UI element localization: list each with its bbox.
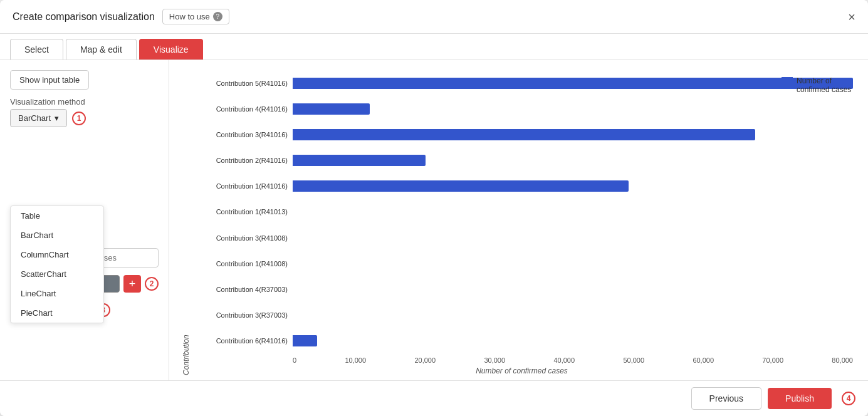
bar-track bbox=[293, 180, 853, 192]
x-axis-tick: 60,000 bbox=[693, 356, 714, 364]
x-axis-title: Number of confirmed cases bbox=[191, 364, 853, 375]
visualization-method-section: Visualization method BarChart ▾ 1 bbox=[10, 97, 159, 127]
bar-label: Contribution 5(R41016) bbox=[191, 80, 288, 87]
step-1-circle: 1 bbox=[72, 112, 86, 125]
tab-map-edit[interactable]: Map & edit bbox=[66, 39, 137, 60]
x-axis-tick: 70,000 bbox=[762, 356, 783, 364]
bar-row: Contribution 1(R41016) bbox=[191, 177, 853, 195]
bar-label: Contribution 3(R41008) bbox=[191, 234, 288, 242]
y-axis-label: Contribution bbox=[179, 70, 191, 375]
bar-row: Contribution 1(R41008) bbox=[191, 255, 853, 273]
x-axis-tick: 50,000 bbox=[623, 356, 644, 364]
bar-track bbox=[293, 232, 853, 244]
bar-track bbox=[293, 335, 853, 346]
bar-fill bbox=[293, 129, 755, 140]
dropdown-option-piechart[interactable]: PieChart bbox=[11, 303, 103, 323]
dropdown-option-linechart[interactable]: LineChart bbox=[11, 284, 103, 303]
step-2-circle: 2 bbox=[145, 277, 159, 291]
x-axis-tick: 20,000 bbox=[414, 356, 436, 364]
how-to-use-label: How to use bbox=[169, 12, 210, 21]
sidebar: Show input table Visualization method Ba… bbox=[0, 60, 169, 380]
close-button[interactable]: × bbox=[848, 11, 855, 23]
bar-row: Contribution 3(R37003) bbox=[191, 306, 853, 324]
bar-track bbox=[293, 309, 853, 321]
bar-track bbox=[293, 258, 853, 269]
how-to-use-button[interactable]: How to use ? bbox=[162, 9, 229, 24]
modal-header: Create comparison visualization How to u… bbox=[0, 0, 868, 34]
bar-fill bbox=[293, 103, 370, 115]
chart-area: Contribution Contribution 5(R41016)Contr… bbox=[169, 60, 868, 380]
dropdown-arrow-icon: ▾ bbox=[55, 113, 59, 123]
bar-fill bbox=[293, 180, 629, 192]
x-axis-tick: 10,000 bbox=[345, 356, 366, 364]
main-content: Show input table Visualization method Ba… bbox=[0, 60, 868, 380]
bar-label: Contribution 1(R41013) bbox=[191, 208, 288, 216]
bar-label: Contribution 4(R37003) bbox=[191, 286, 288, 293]
step-4-circle: 4 bbox=[842, 392, 855, 405]
bar-row: Contribution 4(R37003) bbox=[191, 281, 853, 298]
bar-track bbox=[293, 206, 853, 217]
bar-row: Contribution 6(R41016) bbox=[191, 332, 853, 350]
bar-fill bbox=[293, 335, 317, 346]
visualization-method-label: Visualization method bbox=[10, 97, 159, 107]
bar-label: Contribution 1(R41008) bbox=[191, 260, 288, 268]
bar-row: Contribution 4(R41016) bbox=[191, 100, 853, 118]
bar-label: Contribution 2(R41016) bbox=[191, 157, 288, 164]
barchart-dropdown-row: BarChart ▾ 1 bbox=[10, 109, 159, 127]
x-axis-tick: 80,000 bbox=[832, 356, 853, 364]
x-axis-tick: 40,000 bbox=[553, 356, 575, 364]
legend-label: Number of confirmed cases bbox=[797, 76, 853, 94]
dropdown-option-scatterchart[interactable]: ScatterChart bbox=[11, 264, 103, 284]
modal-title: Create comparison visualization bbox=[13, 11, 155, 23]
chart-container: Contribution Contribution 5(R41016)Contr… bbox=[179, 70, 853, 375]
x-axis-labels: 010,00020,00030,00040,00050,00060,00070,… bbox=[191, 354, 853, 364]
footer: Previous Publish 4 bbox=[0, 380, 868, 416]
tab-visualize[interactable]: Visualize bbox=[139, 39, 203, 60]
dropdown-selected-value: BarChart bbox=[18, 113, 51, 123]
bar-label: Contribution 3(R37003) bbox=[191, 311, 288, 319]
bar-track bbox=[293, 103, 853, 115]
bar-track bbox=[293, 155, 853, 166]
help-icon: ? bbox=[213, 12, 222, 21]
bar-label: Contribution 4(R41016) bbox=[191, 105, 288, 113]
bar-row: Contribution 5(R41016) bbox=[191, 75, 853, 92]
add-series-button[interactable]: + bbox=[123, 275, 141, 293]
bar-row: Contribution 3(R41008) bbox=[191, 229, 853, 247]
bar-row: Contribution 1(R41013) bbox=[191, 203, 853, 221]
dropdown-option-table[interactable]: Table bbox=[11, 206, 103, 226]
tabs-row: Select Map & edit Visualize bbox=[0, 34, 868, 60]
chart-inner: Contribution 5(R41016)Contribution 4(R41… bbox=[191, 70, 853, 375]
bar-fill bbox=[293, 78, 853, 89]
bar-label: Contribution 1(R41016) bbox=[191, 182, 288, 190]
previous-button[interactable]: Previous bbox=[691, 387, 761, 410]
bar-track bbox=[293, 129, 853, 140]
show-input-table-button[interactable]: Show input table bbox=[10, 70, 89, 90]
bar-label: Contribution 3(R41016) bbox=[191, 131, 288, 138]
bar-row: Contribution 2(R41016) bbox=[191, 152, 853, 169]
publish-button[interactable]: Publish bbox=[768, 388, 832, 409]
dropdown-option-columnchart[interactable]: ColumnChart bbox=[11, 245, 103, 264]
bar-row: Contribution 3(R41016) bbox=[191, 126, 853, 143]
dropdown-option-barchart[interactable]: BarChart bbox=[11, 226, 103, 245]
bar-fill bbox=[293, 155, 426, 166]
bar-track bbox=[293, 284, 853, 295]
visualization-dropdown[interactable]: BarChart ▾ bbox=[10, 109, 67, 127]
bar-label: Contribution 6(R41016) bbox=[191, 337, 288, 345]
x-axis-tick: 0 bbox=[293, 356, 296, 364]
bars-section: Contribution 5(R41016)Contribution 4(R41… bbox=[191, 70, 853, 354]
modal: Create comparison visualization How to u… bbox=[0, 0, 868, 416]
bar-track bbox=[293, 78, 853, 89]
legend-color-swatch bbox=[782, 77, 793, 86]
legend: Number of confirmed cases bbox=[782, 76, 853, 94]
tab-select[interactable]: Select bbox=[10, 39, 63, 60]
dropdown-menu: Table BarChart ColumnChart ScatterChart … bbox=[10, 205, 104, 323]
x-axis-tick: 30,000 bbox=[484, 356, 505, 364]
